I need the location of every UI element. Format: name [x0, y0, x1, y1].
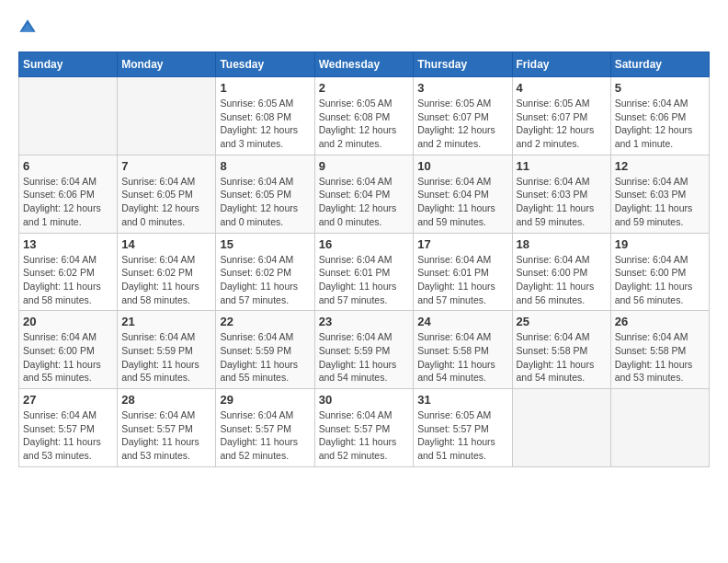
day-number: 2 [319, 81, 410, 95]
day-number: 1 [220, 81, 310, 95]
day-number: 27 [23, 393, 113, 407]
day-number: 10 [417, 159, 507, 173]
day-number: 13 [23, 237, 113, 251]
day-detail: Sunrise: 6:04 AM Sunset: 6:02 PM Dayligh… [23, 253, 113, 307]
header [18, 18, 710, 37]
day-number: 20 [23, 315, 113, 328]
calendar-cell: 3Sunrise: 6:05 AM Sunset: 6:07 PM Daylig… [414, 77, 512, 155]
day-number: 15 [220, 237, 310, 251]
day-number: 16 [319, 237, 410, 251]
calendar-cell: 8Sunrise: 6:04 AM Sunset: 6:05 PM Daylig… [216, 155, 314, 233]
day-detail: Sunrise: 6:04 AM Sunset: 6:03 PM Dayligh… [615, 175, 705, 229]
day-detail: Sunrise: 6:05 AM Sunset: 6:08 PM Dayligh… [319, 97, 410, 151]
calendar-cell: 7Sunrise: 6:04 AM Sunset: 6:05 PM Daylig… [118, 155, 216, 233]
day-detail: Sunrise: 6:04 AM Sunset: 5:58 PM Dayligh… [517, 330, 607, 385]
day-detail: Sunrise: 6:04 AM Sunset: 6:06 PM Dayligh… [23, 175, 113, 229]
day-number: 12 [615, 159, 705, 173]
day-number: 6 [23, 159, 113, 173]
day-number: 8 [220, 159, 310, 173]
day-detail: Sunrise: 6:04 AM Sunset: 6:05 PM Dayligh… [220, 175, 310, 229]
calendar-cell: 27Sunrise: 6:04 AM Sunset: 5:57 PM Dayli… [19, 389, 118, 467]
column-header-thursday: Thursday [414, 52, 512, 77]
column-header-tuesday: Tuesday [216, 52, 314, 77]
day-detail: Sunrise: 6:04 AM Sunset: 6:04 PM Dayligh… [319, 175, 410, 229]
calendar-cell: 23Sunrise: 6:04 AM Sunset: 5:59 PM Dayli… [314, 311, 414, 389]
column-header-monday: Monday [118, 52, 216, 77]
logo [18, 18, 40, 37]
column-header-wednesday: Wednesday [314, 52, 414, 77]
calendar-cell: 19Sunrise: 6:04 AM Sunset: 6:00 PM Dayli… [610, 233, 709, 311]
calendar-cell: 25Sunrise: 6:04 AM Sunset: 5:58 PM Dayli… [512, 311, 610, 389]
day-detail: Sunrise: 6:04 AM Sunset: 5:57 PM Dayligh… [23, 408, 113, 463]
day-number: 29 [220, 393, 310, 407]
calendar-cell: 15Sunrise: 6:04 AM Sunset: 6:02 PM Dayli… [216, 233, 314, 311]
day-number: 3 [417, 81, 507, 95]
calendar-cell: 24Sunrise: 6:04 AM Sunset: 5:58 PM Dayli… [414, 311, 512, 389]
calendar-cell: 5Sunrise: 6:04 AM Sunset: 6:06 PM Daylig… [610, 77, 709, 155]
calendar-cell: 13Sunrise: 6:04 AM Sunset: 6:02 PM Dayli… [19, 233, 118, 311]
day-detail: Sunrise: 6:04 AM Sunset: 5:58 PM Dayligh… [615, 330, 705, 385]
calendar-cell [118, 77, 216, 155]
day-number: 28 [121, 393, 211, 407]
day-detail: Sunrise: 6:04 AM Sunset: 6:01 PM Dayligh… [319, 253, 410, 307]
calendar-header-row: SundayMondayTuesdayWednesdayThursdayFrid… [19, 52, 710, 77]
day-detail: Sunrise: 6:04 AM Sunset: 5:58 PM Dayligh… [417, 330, 507, 385]
calendar-cell [512, 389, 610, 467]
day-detail: Sunrise: 6:04 AM Sunset: 6:00 PM Dayligh… [615, 253, 705, 307]
calendar-cell: 16Sunrise: 6:04 AM Sunset: 6:01 PM Dayli… [314, 233, 414, 311]
calendar-cell: 21Sunrise: 6:04 AM Sunset: 5:59 PM Dayli… [118, 311, 216, 389]
calendar-week-row: 13Sunrise: 6:04 AM Sunset: 6:02 PM Dayli… [19, 233, 710, 311]
calendar-cell: 14Sunrise: 6:04 AM Sunset: 6:02 PM Dayli… [118, 233, 216, 311]
day-detail: Sunrise: 6:04 AM Sunset: 5:59 PM Dayligh… [220, 330, 310, 385]
day-number: 31 [417, 393, 507, 407]
calendar-cell: 22Sunrise: 6:04 AM Sunset: 5:59 PM Dayli… [216, 311, 314, 389]
day-detail: Sunrise: 6:04 AM Sunset: 6:05 PM Dayligh… [121, 175, 211, 229]
calendar-cell: 20Sunrise: 6:04 AM Sunset: 6:00 PM Dayli… [19, 311, 118, 389]
calendar-cell: 17Sunrise: 6:04 AM Sunset: 6:01 PM Dayli… [414, 233, 512, 311]
day-detail: Sunrise: 6:04 AM Sunset: 6:06 PM Dayligh… [615, 97, 705, 151]
day-number: 30 [319, 393, 410, 407]
calendar-table: SundayMondayTuesdayWednesdayThursdayFrid… [18, 52, 710, 467]
day-number: 5 [615, 81, 705, 95]
day-detail: Sunrise: 6:04 AM Sunset: 6:04 PM Dayligh… [417, 175, 507, 229]
day-number: 21 [121, 315, 211, 328]
day-detail: Sunrise: 6:05 AM Sunset: 6:07 PM Dayligh… [417, 97, 507, 151]
calendar-cell: 2Sunrise: 6:05 AM Sunset: 6:08 PM Daylig… [314, 77, 414, 155]
day-detail: Sunrise: 6:05 AM Sunset: 6:08 PM Dayligh… [220, 97, 310, 151]
day-detail: Sunrise: 6:05 AM Sunset: 5:57 PM Dayligh… [417, 408, 507, 463]
calendar-cell [19, 77, 118, 155]
day-number: 25 [517, 315, 607, 328]
day-number: 11 [517, 159, 607, 173]
column-header-saturday: Saturday [610, 52, 709, 77]
calendar-cell: 28Sunrise: 6:04 AM Sunset: 5:57 PM Dayli… [118, 389, 216, 467]
day-detail: Sunrise: 6:04 AM Sunset: 5:59 PM Dayligh… [319, 330, 410, 385]
day-number: 4 [517, 81, 607, 95]
calendar-cell: 18Sunrise: 6:04 AM Sunset: 6:00 PM Dayli… [512, 233, 610, 311]
calendar-cell: 30Sunrise: 6:04 AM Sunset: 5:57 PM Dayli… [314, 389, 414, 467]
day-detail: Sunrise: 6:04 AM Sunset: 5:59 PM Dayligh… [121, 330, 211, 385]
day-number: 17 [417, 237, 507, 251]
day-detail: Sunrise: 6:04 AM Sunset: 6:01 PM Dayligh… [417, 253, 507, 307]
calendar-week-row: 6Sunrise: 6:04 AM Sunset: 6:06 PM Daylig… [19, 155, 710, 233]
day-detail: Sunrise: 6:04 AM Sunset: 6:03 PM Dayligh… [517, 175, 607, 229]
day-detail: Sunrise: 6:04 AM Sunset: 6:02 PM Dayligh… [220, 253, 310, 307]
calendar-cell: 31Sunrise: 6:05 AM Sunset: 5:57 PM Dayli… [414, 389, 512, 467]
calendar-cell: 9Sunrise: 6:04 AM Sunset: 6:04 PM Daylig… [314, 155, 414, 233]
calendar-cell: 11Sunrise: 6:04 AM Sunset: 6:03 PM Dayli… [512, 155, 610, 233]
calendar-week-row: 20Sunrise: 6:04 AM Sunset: 6:00 PM Dayli… [19, 311, 710, 389]
day-detail: Sunrise: 6:04 AM Sunset: 6:00 PM Dayligh… [23, 330, 113, 385]
day-number: 9 [319, 159, 410, 173]
day-number: 26 [615, 315, 705, 328]
calendar-cell: 29Sunrise: 6:04 AM Sunset: 5:57 PM Dayli… [216, 389, 314, 467]
day-number: 18 [517, 237, 607, 251]
calendar-week-row: 27Sunrise: 6:04 AM Sunset: 5:57 PM Dayli… [19, 389, 710, 467]
calendar-cell: 6Sunrise: 6:04 AM Sunset: 6:06 PM Daylig… [19, 155, 118, 233]
day-number: 19 [615, 237, 705, 251]
day-detail: Sunrise: 6:04 AM Sunset: 5:57 PM Dayligh… [220, 408, 310, 463]
calendar-cell: 26Sunrise: 6:04 AM Sunset: 5:58 PM Dayli… [610, 311, 709, 389]
logo-icon [18, 18, 37, 37]
day-number: 14 [121, 237, 211, 251]
day-detail: Sunrise: 6:05 AM Sunset: 6:07 PM Dayligh… [517, 97, 607, 151]
calendar-week-row: 1Sunrise: 6:05 AM Sunset: 6:08 PM Daylig… [19, 77, 710, 155]
day-number: 7 [121, 159, 211, 173]
